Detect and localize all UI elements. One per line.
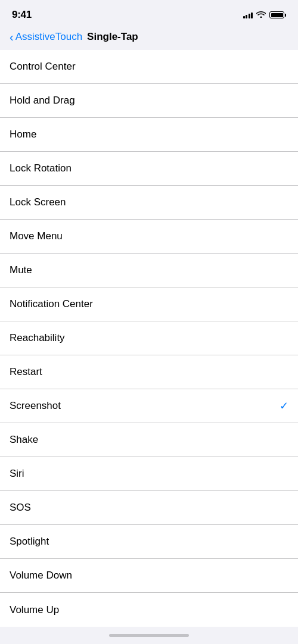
- options-list: Control CenterHold and DragHomeLock Rota…: [0, 50, 298, 627]
- list-item-label-home: Home: [10, 129, 36, 140]
- list-item-label-volume-down: Volume Down: [10, 570, 72, 582]
- list-item-notification-center[interactable]: Notification Center: [0, 287, 298, 321]
- list-item-spotlight[interactable]: Spotlight: [0, 525, 298, 559]
- list-item-shake[interactable]: Shake: [0, 423, 298, 457]
- list-item-screenshot[interactable]: Screenshot✓: [0, 389, 298, 423]
- checkmark-screenshot: ✓: [280, 399, 288, 412]
- list-item-label-shake: Shake: [10, 434, 38, 446]
- list-item-sos[interactable]: SOS: [0, 491, 298, 525]
- list-item-label-sos: SOS: [10, 502, 31, 514]
- list-item-label-notification-center: Notification Center: [10, 298, 93, 310]
- list-item-label-siri: Siri: [10, 468, 24, 480]
- list-item-lock-rotation[interactable]: Lock Rotation: [0, 152, 298, 186]
- list-item-lock-screen[interactable]: Lock Screen: [0, 186, 298, 220]
- list-item-label-lock-rotation: Lock Rotation: [10, 162, 72, 174]
- list-item-volume-up[interactable]: Volume Up: [0, 593, 298, 627]
- nav-header: ‹ AssistiveTouch Single-Tap: [0, 26, 298, 50]
- battery-icon: [269, 11, 286, 18]
- home-indicator: [0, 627, 298, 642]
- back-button[interactable]: ‹ AssistiveTouch: [10, 31, 82, 43]
- list-item-home[interactable]: Home: [0, 118, 298, 152]
- back-label: AssistiveTouch: [15, 31, 82, 43]
- list-item-label-hold-and-drag: Hold and Drag: [10, 95, 75, 107]
- list-item-restart[interactable]: Restart: [0, 355, 298, 389]
- status-bar: 9:41: [0, 0, 298, 26]
- back-chevron-icon: ‹: [10, 31, 14, 43]
- page-title: Single-Tap: [87, 31, 138, 43]
- list-item-label-volume-up: Volume Up: [10, 604, 59, 616]
- list-item-label-reachability: Reachability: [10, 332, 65, 344]
- list-item-hold-and-drag[interactable]: Hold and Drag: [0, 84, 298, 118]
- list-item-label-spotlight: Spotlight: [10, 536, 49, 548]
- list-item-label-mute: Mute: [10, 264, 32, 276]
- list-item-label-control-center: Control Center: [10, 61, 76, 73]
- list-item-control-center[interactable]: Control Center: [0, 50, 298, 84]
- home-bar: [109, 634, 189, 637]
- list-item-volume-down[interactable]: Volume Down: [0, 559, 298, 593]
- signal-icon: [243, 11, 253, 18]
- wifi-icon: [256, 11, 266, 20]
- list-item-mute[interactable]: Mute: [0, 254, 298, 287]
- list-item-label-lock-screen: Lock Screen: [10, 196, 66, 208]
- list-item-move-menu[interactable]: Move Menu: [0, 220, 298, 254]
- list-item-label-move-menu: Move Menu: [10, 230, 63, 242]
- list-item-label-screenshot: Screenshot: [10, 400, 61, 412]
- status-icons: [243, 11, 287, 20]
- status-time: 9:41: [12, 9, 32, 21]
- list-item-siri[interactable]: Siri: [0, 457, 298, 491]
- list-item-label-restart: Restart: [10, 366, 42, 378]
- list-item-reachability[interactable]: Reachability: [0, 321, 298, 355]
